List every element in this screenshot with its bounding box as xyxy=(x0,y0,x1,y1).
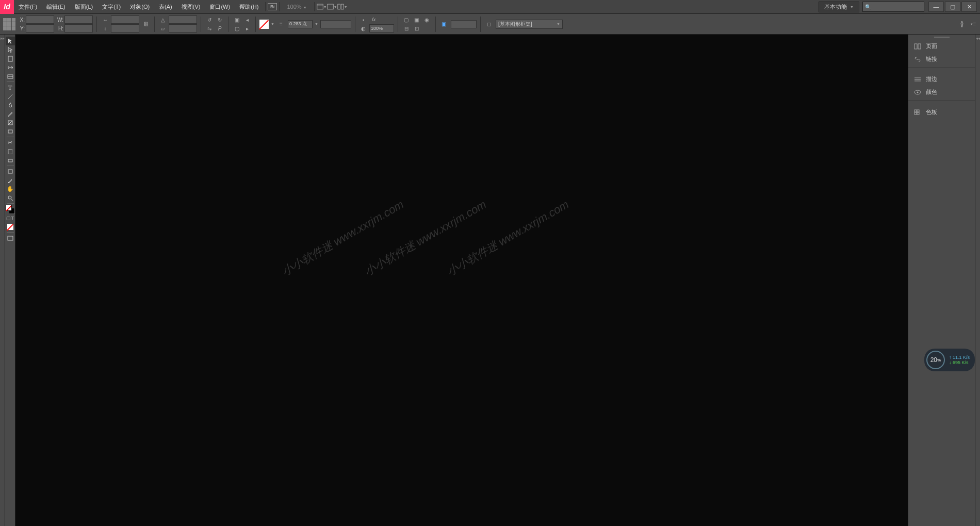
menu-file[interactable]: 文件(F) xyxy=(14,0,42,14)
rotate-ccw-icon[interactable]: ↺ xyxy=(205,15,214,24)
constrain-icon[interactable]: ⛓ xyxy=(141,20,151,28)
minimize-button[interactable]: — xyxy=(928,2,944,12)
wrap-bbox-icon[interactable]: ▣ xyxy=(412,15,421,24)
svg-rect-4 xyxy=(341,4,344,9)
chevron-down-icon[interactable]: ▼ xyxy=(315,22,318,26)
fill-none-icon[interactable] xyxy=(259,20,269,29)
close-button[interactable]: ✕ xyxy=(961,2,977,12)
screen-mode-icon[interactable]: ▼ xyxy=(327,2,337,11)
menu-window[interactable]: 窗口(W) xyxy=(205,0,235,14)
corner-options-icon[interactable]: ◻ xyxy=(484,20,494,28)
wrap-shape-icon[interactable]: ◉ xyxy=(422,15,432,24)
menu-view[interactable]: 视图(V) xyxy=(177,0,205,14)
cpu-value: 20 xyxy=(930,356,937,364)
stroke-weight-input[interactable] xyxy=(288,20,313,28)
rectangle-frame-tool[interactable] xyxy=(6,118,15,127)
apply-none-icon[interactable] xyxy=(6,222,15,231)
select-prev-icon[interactable]: ◂ xyxy=(242,15,252,24)
scale-y-input[interactable] xyxy=(111,24,139,32)
menu-object[interactable]: 对象(O) xyxy=(125,0,154,14)
menu-help[interactable]: 帮助(H) xyxy=(235,0,263,14)
search-input[interactable]: 🔍 xyxy=(862,2,924,12)
y-input[interactable] xyxy=(26,24,54,32)
rotate-input[interactable] xyxy=(169,15,197,24)
chevron-down-icon[interactable]: ▼ xyxy=(271,22,274,26)
view-mode-tool[interactable] xyxy=(6,234,15,242)
divider xyxy=(314,2,315,11)
workspace-switcher[interactable]: 基本功能 ▼ xyxy=(819,2,859,12)
line-tool[interactable] xyxy=(6,92,15,101)
fill-stroke-swatch[interactable] xyxy=(6,205,15,213)
panel-swatches[interactable]: 色板 xyxy=(908,106,975,119)
content-collector-tool[interactable] xyxy=(6,72,15,80)
menu-table[interactable]: 表(A) xyxy=(154,0,177,14)
reference-point-grid[interactable] xyxy=(3,18,15,30)
panel-color[interactable]: 颜色 xyxy=(908,86,975,98)
menu-layout[interactable]: 版面(L) xyxy=(70,0,97,14)
svg-rect-15 xyxy=(8,170,12,173)
panel-drag-handle[interactable] xyxy=(908,35,975,40)
gpu-preview-icon[interactable] xyxy=(958,21,966,28)
w-input[interactable] xyxy=(64,15,93,24)
position-group: X: Y: xyxy=(18,15,54,32)
separator xyxy=(201,17,201,32)
panel-menu-icon[interactable]: ▾☰ xyxy=(971,22,976,26)
zoom-tool[interactable] xyxy=(6,193,15,202)
panel-stroke[interactable]: 描边 xyxy=(908,73,975,86)
opacity-input[interactable] xyxy=(369,24,394,32)
auto-fit-icon[interactable]: ▣ xyxy=(439,20,449,28)
rotate-p-icon[interactable]: P xyxy=(215,24,224,32)
x-input[interactable] xyxy=(26,15,54,24)
type-tool[interactable]: T xyxy=(6,83,15,92)
fx-icon[interactable]: fx xyxy=(369,15,379,24)
rectangle-tool[interactable] xyxy=(6,127,15,136)
menu-edit[interactable]: 编辑(E) xyxy=(42,0,70,14)
zoom-level[interactable]: 100% ▼ xyxy=(282,4,312,10)
chevron-down-icon: ▼ xyxy=(557,22,560,26)
arrange-icon[interactable]: ▼ xyxy=(337,2,348,11)
gradient-swatch-tool[interactable] xyxy=(6,156,15,165)
size-group: W: H: xyxy=(56,15,93,32)
stroke-style-input[interactable] xyxy=(320,20,351,28)
panel-links[interactable]: 链接 xyxy=(908,53,975,65)
arrange-buttons: ▣◂ ▢▸ xyxy=(232,15,252,32)
panel-pages[interactable]: 页面 xyxy=(908,40,975,53)
bridge-button[interactable]: Br xyxy=(268,3,277,10)
free-transform-tool[interactable] xyxy=(6,147,15,156)
swatches-icon xyxy=(913,109,922,116)
svg-rect-26 xyxy=(914,110,917,112)
shear-input[interactable] xyxy=(169,24,197,32)
drop-shadow-icon[interactable]: ▪ xyxy=(359,15,368,24)
scale-x-input[interactable] xyxy=(111,15,139,24)
menu-type[interactable]: 文字(T) xyxy=(97,0,125,14)
wrap-column-icon[interactable]: ⊡ xyxy=(412,24,421,32)
maximize-button[interactable]: ▢ xyxy=(945,2,960,12)
right-collapse[interactable]: ◂◂ xyxy=(975,35,980,526)
select-next-icon[interactable]: ▸ xyxy=(242,24,252,32)
document-canvas[interactable]: 小小软件迷 www.xxrjm.com 小小软件迷 www.xxrjm.com … xyxy=(15,35,908,526)
toolbox-collapse[interactable]: ▸▸ xyxy=(0,35,5,526)
format-container-icon[interactable]: ▢T xyxy=(6,213,15,222)
fit-input[interactable] xyxy=(451,20,477,28)
object-style-dropdown[interactable]: [基本图形框架] ▼ xyxy=(496,20,563,29)
selection-tool[interactable] xyxy=(6,37,15,45)
direct-selection-tool[interactable] xyxy=(6,45,15,54)
view-options-icon[interactable]: ▼ xyxy=(317,2,327,11)
select-container-icon[interactable]: ▣ xyxy=(232,15,241,24)
network-monitor-widget[interactable]: 20% ↑ 11.1 K/s ↓ 695 K/s xyxy=(924,349,975,371)
hand-tool[interactable]: ✋ xyxy=(6,185,15,193)
app-logo: Id xyxy=(0,0,14,14)
gap-tool[interactable] xyxy=(6,63,15,72)
flip-h-icon[interactable]: ⇋ xyxy=(205,24,214,32)
pencil-tool[interactable] xyxy=(6,109,15,118)
wrap-jump-icon[interactable]: ⊟ xyxy=(402,24,411,32)
page-tool[interactable] xyxy=(6,54,15,63)
rotate-cw-icon[interactable]: ↻ xyxy=(215,15,224,24)
wrap-none-icon[interactable]: ▢ xyxy=(402,15,411,24)
note-tool[interactable] xyxy=(6,167,15,176)
scissors-tool[interactable]: ✂ xyxy=(6,138,15,147)
pen-tool[interactable] xyxy=(6,101,15,109)
eyedropper-tool[interactable] xyxy=(6,176,15,185)
h-input[interactable] xyxy=(64,24,93,32)
select-content-icon[interactable]: ▢ xyxy=(232,24,241,32)
